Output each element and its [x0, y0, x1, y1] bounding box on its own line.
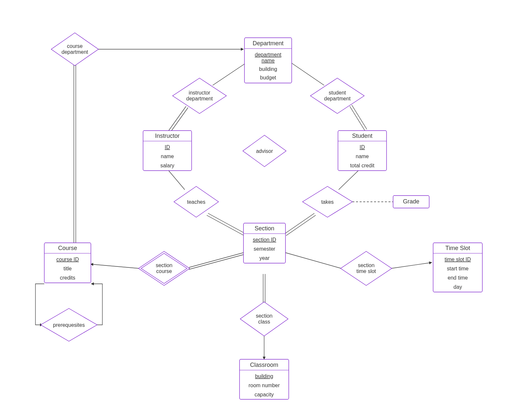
entity-department: Department department name building budg… — [244, 38, 292, 83]
svg-text:course: course — [67, 43, 83, 49]
entity-course-key: course ID — [56, 257, 79, 262]
entity-timeslot: Time Slot time slot ID start time end ti… — [433, 243, 482, 292]
entity-section-key: section ID — [253, 237, 276, 242]
entity-classroom-key: building — [255, 373, 273, 379]
rel-student-department: student department — [310, 78, 364, 114]
svg-text:prerequesites: prerequesites — [53, 322, 85, 328]
svg-text:time slot: time slot — [356, 268, 376, 274]
entity-department-title: Department — [253, 40, 284, 47]
edge-studdept-student-b — [352, 105, 367, 129]
entity-instructor: Instructor ID name salary — [143, 131, 192, 171]
entity-grade: Grade — [393, 196, 429, 208]
entity-timeslot-attr-2: day — [453, 284, 462, 290]
edge-prereq-course-left — [35, 284, 44, 325]
entity-instructor-attr-1: salary — [160, 163, 175, 168]
svg-text:section: section — [256, 313, 273, 319]
entity-course-attr-0: title — [64, 266, 72, 271]
entity-timeslot-key: time slot ID — [445, 257, 471, 262]
rel-takes: takes — [303, 186, 352, 217]
entity-student: Student ID name total credit — [338, 131, 387, 171]
entity-section-attr-1: year — [259, 255, 270, 261]
rel-teaches: teaches — [174, 186, 219, 217]
entity-section-attr-0: semester — [254, 246, 275, 252]
edge-takes-section-a — [285, 213, 314, 234]
entity-instructor-key: ID — [165, 144, 170, 150]
entity-student-attr-0: name — [356, 154, 369, 159]
edge-takes-student — [339, 171, 358, 190]
entity-department-attr-1: budget — [260, 75, 276, 80]
entity-student-key: ID — [360, 144, 365, 150]
edge-teaches-instructor — [169, 171, 185, 190]
entity-student-title: Student — [352, 133, 372, 139]
svg-text:department: department — [186, 96, 213, 101]
svg-text:takes: takes — [321, 199, 334, 205]
entity-grade-title: Grade — [403, 198, 419, 205]
svg-text:department: department — [324, 96, 351, 101]
rel-section-class: section class — [240, 302, 288, 336]
entity-timeslot-attr-0: start time — [447, 266, 469, 271]
svg-text:student: student — [329, 90, 346, 95]
rel-advisor: advisor — [243, 135, 286, 167]
svg-text:course: course — [156, 268, 172, 274]
rel-instructor-department: instructor department — [173, 78, 226, 114]
svg-text:department: department — [62, 49, 88, 55]
entity-course: Course course ID title credits — [44, 243, 91, 283]
entity-department-key2: name — [262, 58, 275, 63]
entity-section: Section section ID semester year — [243, 223, 285, 263]
edge-prereq-course-right — [91, 284, 102, 325]
edge-instrdept-department — [213, 61, 249, 85]
er-diagram: Department department name building budg… — [0, 0, 525, 420]
entity-classroom-attr-1: capacity — [255, 392, 274, 397]
entity-instructor-attr-0: name — [161, 154, 174, 159]
svg-text:section: section — [156, 262, 173, 268]
entity-course-attr-1: credits — [60, 275, 75, 281]
edge-takes-section-b — [286, 215, 316, 236]
rel-section-timeslot: section time slot — [341, 251, 392, 285]
entity-classroom: Classroom building room number capacity — [240, 359, 289, 399]
edge-seccourse-section-a — [189, 253, 243, 267]
entity-course-title: Course — [58, 245, 77, 251]
rel-course-department: course department — [51, 33, 98, 66]
edge-instrdept-instructor-b — [171, 108, 188, 132]
edge-instrdept-instructor-a — [169, 106, 186, 131]
entity-classroom-attr-0: room number — [248, 383, 280, 388]
entity-instructor-title: Instructor — [155, 133, 179, 139]
edge-seccourse-section-b — [189, 255, 243, 269]
entity-timeslot-attr-1: end time — [448, 275, 468, 281]
rel-section-course: section course — [138, 251, 190, 285]
svg-text:instructor: instructor — [189, 90, 210, 95]
entity-student-attr-1: total credit — [350, 163, 374, 168]
edge-teaches-section-b — [207, 215, 244, 236]
entity-department-attr-0: building — [259, 66, 277, 72]
svg-text:advisor: advisor — [256, 148, 273, 154]
entity-timeslot-title: Time Slot — [445, 245, 470, 251]
svg-text:teaches: teaches — [187, 199, 205, 205]
edge-teaches-section-a — [208, 213, 245, 234]
edge-studdept-department — [288, 61, 324, 85]
entity-classroom-title: Classroom — [250, 362, 278, 368]
edge-studdept-student-a — [350, 106, 365, 131]
edge-sectime-timeslot — [391, 262, 432, 268]
entity-section-title: Section — [255, 225, 274, 232]
svg-text:class: class — [258, 319, 270, 325]
rel-prerequisites: prerequesites — [41, 308, 97, 341]
entity-department-key: department — [255, 52, 282, 57]
edge-seccourse-course — [91, 264, 139, 268]
edge-sectime-section — [285, 253, 341, 268]
svg-text:section: section — [358, 262, 375, 268]
